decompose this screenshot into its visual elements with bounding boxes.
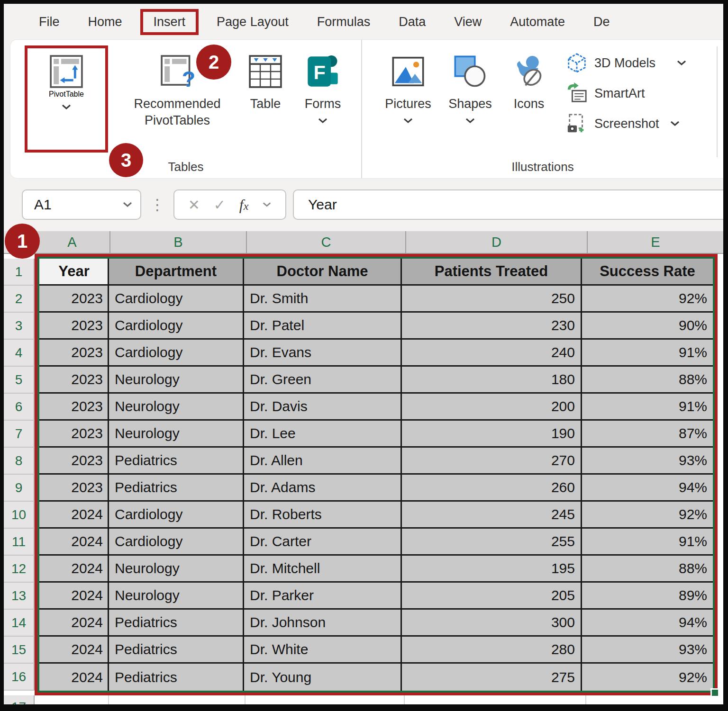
table-cell[interactable]: Dr. Evans	[244, 340, 402, 367]
table-cell[interactable]: Dr. Lee	[244, 421, 402, 448]
column-header-A[interactable]: A	[35, 231, 110, 253]
table-cell[interactable]: Cardiology	[109, 313, 244, 340]
table-cell[interactable]: Dr. Patel	[244, 313, 402, 340]
table-cell[interactable]: Neurology	[109, 367, 244, 394]
smartart-button[interactable]: SmartArt	[566, 82, 687, 104]
chevron-down-icon[interactable]	[676, 60, 687, 66]
table-cell[interactable]: 2023	[39, 367, 109, 394]
table-cell[interactable]: 300	[402, 610, 582, 637]
table-cell[interactable]: 92%	[582, 286, 713, 313]
chevron-down-icon[interactable]	[465, 118, 475, 124]
table-cell[interactable]: Cardiology	[109, 340, 244, 367]
table-cell[interactable]: 94%	[582, 475, 713, 502]
fill-handle[interactable]	[710, 688, 719, 697]
table-cell[interactable]: 200	[402, 394, 582, 421]
row-header-17[interactable]: 17	[4, 695, 35, 704]
table-cell[interactable]: Dr. Carter	[244, 529, 402, 556]
formula-bar-grip[interactable]: ⋮	[150, 196, 165, 214]
table-cell[interactable]: 2023	[39, 475, 109, 502]
column-header-C[interactable]: C	[247, 231, 406, 253]
table-cell[interactable]: 91%	[582, 394, 713, 421]
table-cell[interactable]: 2024	[39, 502, 109, 529]
table-cell[interactable]: 91%	[582, 340, 713, 367]
insert-function-icon[interactable]: fx	[239, 196, 249, 214]
row-header-15[interactable]: 15	[4, 637, 35, 664]
chevron-down-icon[interactable]	[122, 202, 133, 207]
table-cell[interactable]: 2023	[39, 340, 109, 367]
tab-file[interactable]: File	[25, 10, 74, 34]
row-header-11[interactable]: 11	[4, 529, 35, 556]
chevron-down-icon[interactable]	[262, 202, 272, 207]
row-header-16[interactable]: 16	[4, 664, 35, 691]
table-cell[interactable]: Dr. Roberts	[244, 502, 402, 529]
table-cell[interactable]: 250	[402, 286, 582, 313]
cancel-icon[interactable]: ✕	[188, 197, 200, 213]
pictures-button[interactable]: Pictures	[379, 53, 437, 124]
table-cell[interactable]: Cardiology	[109, 502, 244, 529]
table-cell[interactable]: 260	[402, 475, 582, 502]
row-header-2[interactable]: 2	[4, 286, 35, 313]
tab-automate[interactable]: Automate	[496, 10, 579, 34]
table-cell[interactable]: Pediatrics	[109, 637, 244, 664]
table-cell[interactable]: Dr. Allen	[244, 448, 402, 475]
table-cell[interactable]: 195	[402, 556, 582, 583]
table-cell[interactable]: 180	[402, 367, 582, 394]
table-cell[interactable]: Pediatrics	[109, 664, 244, 691]
tab-formulas[interactable]: Formulas	[303, 10, 385, 34]
table-cell[interactable]: 2024	[39, 610, 109, 637]
table-cell[interactable]: 230	[402, 313, 582, 340]
table-cell[interactable]: 2024	[39, 583, 109, 610]
table-cell[interactable]: 93%	[582, 637, 713, 664]
table-cell[interactable]: Dr. Parker	[244, 583, 402, 610]
tab-insert[interactable]: Insert	[140, 9, 199, 35]
row-header-8[interactable]: 8	[4, 448, 35, 475]
table-cell[interactable]: Dr. Davis	[244, 394, 402, 421]
shapes-button[interactable]: Shapes	[443, 53, 498, 124]
table-cell[interactable]: 255	[402, 529, 582, 556]
row-header-13[interactable]: 13	[4, 583, 35, 610]
row-header-12[interactable]: 12	[4, 556, 35, 583]
table-cell[interactable]: 2024	[39, 529, 109, 556]
table-cell[interactable]: 88%	[582, 556, 713, 583]
chevron-down-icon[interactable]	[670, 121, 680, 126]
name-box[interactable]: A1	[22, 189, 141, 220]
table-cell[interactable]: 2023	[39, 448, 109, 475]
table-cell[interactable]: Pediatrics	[109, 448, 244, 475]
header-cell[interactable]: Year	[39, 259, 109, 286]
table-cell[interactable]: Pediatrics	[109, 475, 244, 502]
header-cell[interactable]: Success Rate	[582, 259, 713, 286]
formula-input[interactable]: Year	[293, 189, 723, 220]
table-cell[interactable]: Dr. Young	[244, 664, 402, 691]
row-header-9[interactable]: 9	[4, 475, 35, 502]
tab-view[interactable]: View	[440, 10, 496, 34]
table-cell[interactable]: 190	[402, 421, 582, 448]
table-cell[interactable]: Neurology	[109, 394, 244, 421]
pivottable-button[interactable]: PivotTable	[25, 45, 108, 153]
table-cell[interactable]: 2023	[39, 286, 109, 313]
table-cell[interactable]: Dr. Smith	[244, 286, 402, 313]
table-cell[interactable]: 280	[402, 637, 582, 664]
row-header-7[interactable]: 7	[4, 421, 35, 448]
table-cell[interactable]: 205	[402, 583, 582, 610]
table-cell[interactable]: 270	[402, 448, 582, 475]
table-cell[interactable]: Dr. Green	[244, 367, 402, 394]
chevron-down-icon[interactable]	[61, 104, 72, 110]
header-cell[interactable]: Patients Treated	[402, 259, 582, 286]
table-cell[interactable]: Dr. White	[244, 637, 402, 664]
table-cell[interactable]: 93%	[582, 448, 713, 475]
row-header-10[interactable]: 10	[4, 502, 35, 529]
table-cell[interactable]: 245	[402, 502, 582, 529]
table-cell[interactable]: 2024	[39, 664, 109, 691]
table-cell[interactable]: 2023	[39, 313, 109, 340]
table-cell[interactable]: Dr. Johnson	[244, 610, 402, 637]
column-header-D[interactable]: D	[406, 231, 588, 253]
table-cell[interactable]: Neurology	[109, 556, 244, 583]
tab-home[interactable]: Home	[74, 10, 136, 34]
table-button[interactable]: Table	[243, 53, 288, 112]
table-cell[interactable]: Pediatrics	[109, 610, 244, 637]
header-cell[interactable]: Doctor Name	[244, 259, 402, 286]
row-header-14[interactable]: 14	[4, 610, 35, 637]
table-cell[interactable]: 90%	[582, 313, 713, 340]
table-cell[interactable]: 2023	[39, 394, 109, 421]
3d-models-button[interactable]: 3D Models	[566, 52, 687, 74]
